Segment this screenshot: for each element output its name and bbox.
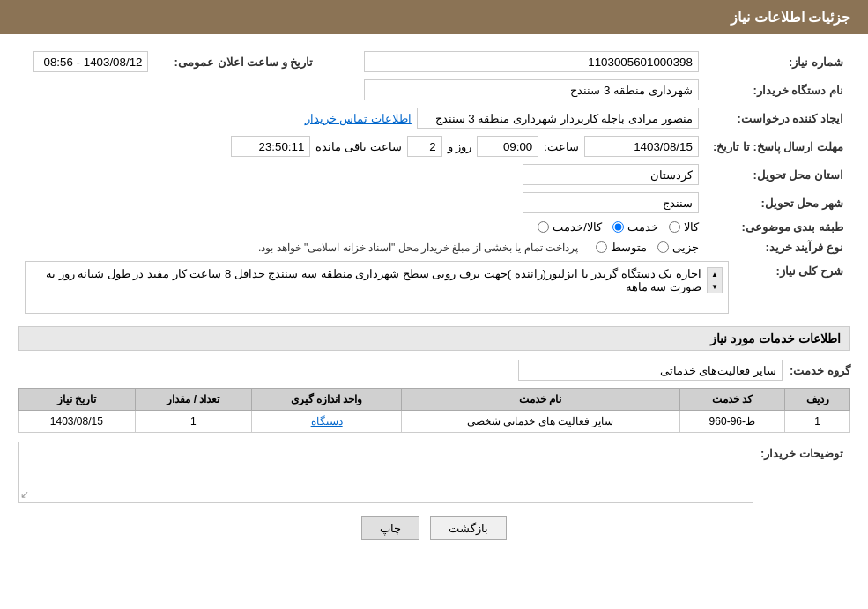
deadline-row: مهلت ارسال پاسخ: تا تاریخ: ساعت: روز و س…	[18, 132, 850, 160]
services-section-title: اطلاعات خدمات مورد نیاز	[18, 326, 850, 351]
remaining-time-input[interactable]	[231, 136, 310, 157]
province-row: استان محل تحویل:	[18, 160, 850, 189]
announce-datetime-input[interactable]	[33, 51, 148, 72]
services-header-row: ردیف کد خدمت نام خدمت واحد اندازه گیری ت…	[19, 389, 850, 411]
city-cell	[18, 189, 706, 217]
action-buttons: بازگشت چاپ	[18, 516, 850, 540]
cell-quantity: 1	[135, 411, 252, 433]
buyer-notes-box[interactable]	[18, 442, 753, 503]
need-number-value	[331, 48, 705, 76]
deadline-time-input[interactable]	[477, 136, 538, 157]
purchase-type-medium-label: متوسط	[611, 241, 647, 254]
category-cell: کالا خدمت کالا/خدمت	[18, 217, 706, 237]
purchase-type-partial[interactable]: جزیی	[657, 241, 699, 254]
category-option-goods[interactable]: کالا	[669, 220, 699, 234]
category-both-label: کالا/خدمت	[553, 220, 602, 234]
col-service-code: کد خدمت	[679, 389, 784, 411]
deadline-time-label: ساعت:	[544, 140, 579, 153]
col-service-name: نام خدمت	[402, 389, 680, 411]
col-quantity: تعداد / مقدار	[135, 389, 252, 411]
deadline-label: مهلت ارسال پاسخ: تا تاریخ:	[706, 132, 850, 160]
category-both-radio[interactable]	[538, 221, 549, 233]
category-option-service[interactable]: خدمت	[612, 220, 658, 234]
page-title: جزئیات اطلاعات نیاز	[731, 10, 850, 25]
print-button[interactable]: چاپ	[361, 516, 419, 540]
purchase-type-cell: جزیی متوسط پرداخت تمام یا بخشی از مبلغ خ…	[18, 237, 706, 257]
info-table: شماره نیاز: تاریخ و ساعت اعلان عمومی: نا…	[18, 48, 850, 257]
table-row: 1 ط-96-960 سایر فعالیت های خدماتی شخصی د…	[19, 411, 850, 433]
purchase-type-medium-radio[interactable]	[596, 241, 607, 253]
page-container: جزئیات اطلاعات نیاز شماره نیاز: تاریخ و …	[0, 0, 868, 609]
scroll-buttons[interactable]: ▲ ▼	[707, 267, 723, 293]
buyer-name-row: نام دستگاه خریدار:	[18, 76, 850, 104]
category-goods-radio[interactable]	[669, 221, 680, 233]
creator-row: ایجاد کننده درخواست: اطلاعات تماس خریدار	[18, 104, 850, 132]
creator-input[interactable]	[417, 108, 699, 129]
deadline-days-input[interactable]	[407, 136, 442, 157]
need-number-label: شماره نیاز:	[706, 48, 850, 76]
description-row: شرح کلی نیاز: ▲ ▼ اجاره یک دستگاه گریدر …	[18, 257, 850, 317]
province-cell	[18, 160, 706, 189]
back-button[interactable]: بازگشت	[430, 516, 507, 540]
cell-unit[interactable]: دستگاه	[252, 411, 402, 433]
purchase-type-note: پرداخت تمام یا بخشی از مبلغ خریدار محل "…	[258, 241, 578, 254]
col-row-num: ردیف	[785, 389, 850, 411]
category-row: طبقه بندی موضوعی: کالا خدمت کالا/خدمت	[18, 217, 850, 237]
scroll-down-button[interactable]: ▼	[708, 280, 722, 293]
buyer-notes-label: توضیحات خریدار:	[753, 442, 850, 465]
cell-row-num: 1	[785, 411, 850, 433]
province-input[interactable]	[523, 164, 699, 185]
purchase-type-medium[interactable]: متوسط	[596, 241, 647, 254]
purchase-type-partial-radio[interactable]	[657, 241, 669, 253]
cell-date: 1403/08/15	[19, 411, 136, 433]
description-label: شرح کلی نیاز:	[736, 257, 850, 317]
service-group-row: گروه خدمت:	[18, 360, 850, 381]
services-table-body: 1 ط-96-960 سایر فعالیت های خدماتی شخصی د…	[19, 411, 850, 433]
city-label: شهر محل تحویل:	[706, 189, 850, 217]
creator-contact-link[interactable]: اطلاعات تماس خریدار	[305, 112, 412, 125]
announce-datetime-label: تاریخ و ساعت اعلان عمومی:	[155, 48, 331, 76]
buyer-name-cell	[18, 76, 706, 104]
city-row: شهر محل تحویل:	[18, 189, 850, 217]
buyer-name-input[interactable]	[364, 79, 699, 100]
deadline-days-label: روز و	[448, 140, 472, 153]
announce-datetime-value	[18, 48, 155, 76]
service-group-label: گروه خدمت:	[790, 364, 850, 377]
col-unit: واحد اندازه گیری	[252, 389, 402, 411]
cell-service-name: سایر فعالیت های خدماتی شخصی	[402, 411, 680, 433]
category-service-radio[interactable]	[612, 221, 624, 233]
category-service-label: خدمت	[627, 220, 658, 234]
scroll-up-button[interactable]: ▲	[708, 268, 722, 280]
city-input[interactable]	[523, 192, 699, 213]
cell-service-code: ط-96-960	[679, 411, 784, 433]
need-number-input[interactable]	[364, 51, 699, 72]
remaining-time-label: ساعت باقی مانده	[315, 140, 401, 153]
description-box: ▲ ▼ اجاره یک دستگاه گریدر با ابزلبور(ران…	[25, 261, 729, 314]
col-date: تاریخ نیاز	[19, 389, 136, 411]
category-option-both[interactable]: کالا/خدمت	[538, 220, 602, 234]
description-cell: ▲ ▼ اجاره یک دستگاه گریدر با ابزلبور(ران…	[18, 257, 736, 317]
creator-cell: اطلاعات تماس خریدار	[18, 104, 706, 132]
description-text: اجاره یک دستگاه گریدر با ابزلبور(راننده …	[31, 267, 701, 293]
province-label: استان محل تحویل:	[706, 160, 850, 189]
purchase-type-row: نوع فرآیند خرید: جزیی متوسط	[18, 237, 850, 257]
services-table-header: ردیف کد خدمت نام خدمت واحد اندازه گیری ت…	[19, 389, 850, 411]
creator-label: ایجاد کننده درخواست:	[706, 104, 850, 132]
buyer-name-label: نام دستگاه خریدار:	[706, 76, 850, 104]
deadline-cell: ساعت: روز و ساعت باقی مانده	[18, 132, 706, 160]
service-group-input[interactable]	[518, 360, 783, 381]
buyer-notes-section: توضیحات خریدار:	[18, 442, 850, 503]
content-area: شماره نیاز: تاریخ و ساعت اعلان عمومی: نا…	[0, 34, 868, 567]
purchase-type-partial-label: جزیی	[672, 241, 699, 254]
description-table: شرح کلی نیاز: ▲ ▼ اجاره یک دستگاه گریدر …	[18, 257, 850, 317]
services-table: ردیف کد خدمت نام خدمت واحد اندازه گیری ت…	[18, 388, 850, 433]
category-goods-label: کالا	[684, 220, 699, 234]
page-header: جزئیات اطلاعات نیاز	[0, 0, 868, 34]
need-number-row: شماره نیاز: تاریخ و ساعت اعلان عمومی:	[18, 48, 850, 76]
category-label: طبقه بندی موضوعی:	[706, 217, 850, 237]
purchase-type-label: نوع فرآیند خرید:	[706, 237, 850, 257]
deadline-date-input[interactable]	[584, 136, 699, 157]
